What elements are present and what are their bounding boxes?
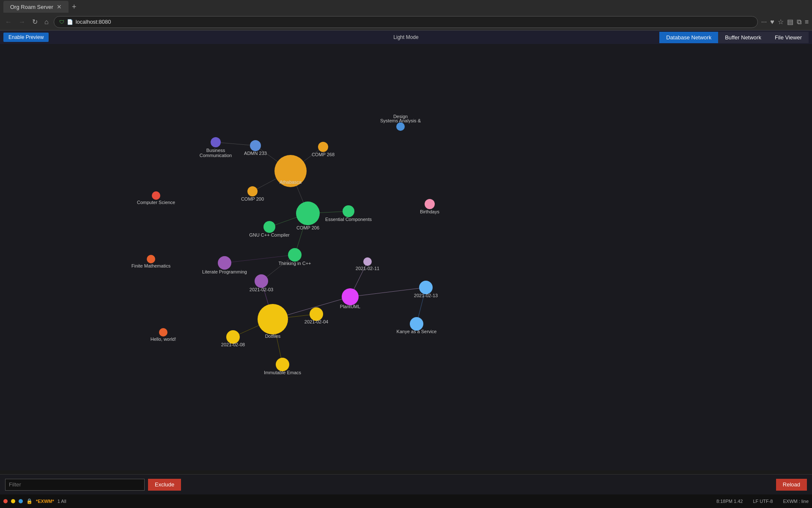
label-computer-science: Computer Science	[137, 200, 176, 205]
label-business-comm: Business	[206, 148, 225, 153]
node-comp200[interactable]	[247, 186, 258, 196]
node-thinking-cpp[interactable]	[288, 248, 302, 262]
status-time: 8:18PM 1.42	[716, 499, 743, 504]
node-birthdays[interactable]	[425, 199, 435, 209]
node-essential-components[interactable]	[343, 205, 354, 217]
node-computer-science[interactable]	[152, 191, 160, 200]
node-gnu-cpp[interactable]	[263, 221, 275, 233]
node-comp268[interactable]	[318, 142, 328, 152]
node-2021-02-08[interactable]	[226, 330, 240, 344]
tab-manager[interactable]: ⧉	[797, 18, 801, 26]
desktop-label: 1 All	[58, 499, 66, 504]
node-2021-02-04[interactable]	[310, 307, 323, 321]
label-birthdays: Birthdays	[420, 209, 439, 214]
node-hello-world[interactable]	[159, 328, 167, 337]
browser-tab[interactable]: Org Roam Server ✕	[3, 1, 69, 13]
svg-line-12	[350, 287, 426, 297]
address-bar[interactable]: 🛡 📄 localhost:8080	[54, 16, 758, 28]
tab-database-network[interactable]: Database Network	[659, 32, 718, 43]
label-comp200: COMP 200	[241, 196, 264, 202]
browser-actions: ··· ♥ ☆ ▤ ⧉ ≡	[761, 18, 809, 26]
status-dot-blue	[19, 499, 23, 503]
page-icon: 📄	[67, 19, 73, 25]
node-admn233[interactable]	[250, 140, 261, 151]
nav-tabs: Database Network Buffer Network File Vie…	[659, 32, 809, 43]
svg-line-8	[225, 255, 295, 263]
node-athabasca[interactable]	[274, 155, 307, 187]
reload-button[interactable]: Reload	[776, 479, 807, 491]
node-literate-prog[interactable]	[218, 256, 231, 270]
lock-icon: 🔒	[26, 498, 33, 504]
status-mode: EXWM : line	[783, 499, 809, 504]
pocket-icon[interactable]: ♥	[770, 18, 774, 26]
node-finite-math[interactable]	[147, 255, 155, 263]
node-dotfiles[interactable]	[258, 304, 288, 334]
tab-title: Org Roam Server	[10, 4, 53, 10]
node-plantuml[interactable]	[342, 288, 359, 305]
new-tab-button[interactable]: +	[72, 3, 77, 11]
status-bar: 🔒 *EXWM* 1 All 8:18PM 1.42 LF UTF-8 EXWM…	[0, 494, 812, 508]
node-kanye[interactable]	[410, 317, 423, 331]
status-encoding: LF UTF-8	[753, 499, 773, 504]
sidebar-toggle[interactable]: ▤	[787, 18, 793, 26]
filter-input[interactable]	[5, 479, 145, 491]
shield-icon: 🛡	[59, 19, 64, 25]
svg-line-0	[216, 142, 255, 146]
label-literate-prog: Literate Programming	[202, 269, 247, 274]
node-2021-02-13[interactable]	[419, 281, 433, 294]
forward-button[interactable]: →	[17, 17, 27, 28]
status-dot-red	[3, 499, 8, 503]
back-button[interactable]: ←	[3, 17, 14, 28]
node-2021-02-11[interactable]	[363, 257, 372, 266]
network-graph[interactable]: Systems Analysis & Design Business Commu…	[0, 44, 812, 470]
label-2021-02-11: 2021-02-11	[356, 266, 379, 271]
label-business-comm2: Communication	[200, 153, 232, 158]
node-business-comm[interactable]	[211, 137, 221, 147]
label-gnu-cpp: GNU C++ Compiler	[249, 232, 290, 237]
label-essential-components: Essential Components	[325, 217, 372, 222]
graph-area: Systems Analysis & Design Business Commu…	[0, 44, 812, 470]
more-button[interactable]: ···	[761, 18, 767, 26]
status-dot-yellow	[11, 499, 15, 503]
tab-file-viewer[interactable]: File Viewer	[768, 32, 809, 43]
node-immutable-emacs[interactable]	[276, 358, 289, 371]
bottom-bar: Exclude Reload	[0, 474, 812, 494]
node-2021-02-03[interactable]	[255, 274, 268, 288]
exclude-button[interactable]: Exclude	[148, 479, 181, 491]
url-display: localhost:8080	[76, 19, 111, 25]
reload-page-button[interactable]: ↻	[30, 16, 39, 28]
enable-preview-button[interactable]: Enable Preview	[3, 33, 49, 42]
label-finite-math: Finite Mathematics	[132, 263, 171, 268]
tab-close-icon[interactable]: ✕	[57, 3, 62, 10]
status-right: 8:18PM 1.42 LF UTF-8 EXWM : line	[716, 499, 809, 504]
browser-titlebar: Org Roam Server ✕ +	[0, 0, 812, 14]
tab-buffer-network[interactable]: Buffer Network	[718, 32, 768, 43]
light-mode-label: Light Mode	[393, 34, 418, 40]
workspace-label: *EXWM*	[36, 499, 54, 504]
browser-toolbar: ← → ↻ ⌂ 🛡 📄 localhost:8080 ··· ♥ ☆ ▤ ⧉ ≡	[0, 14, 812, 30]
home-button[interactable]: ⌂	[43, 17, 50, 28]
label-comp206: COMP 206	[296, 225, 319, 230]
label-systems-analysis2: Design	[393, 114, 408, 119]
label-hello-world: Hello, world!	[151, 337, 176, 342]
bookmark-icon[interactable]: ☆	[778, 18, 784, 26]
app-toolbar: Enable Preview Light Mode Database Netwo…	[0, 30, 812, 44]
menu-button[interactable]: ≡	[805, 18, 809, 26]
node-systems-analysis[interactable]	[396, 122, 405, 131]
node-comp206[interactable]	[296, 202, 320, 225]
